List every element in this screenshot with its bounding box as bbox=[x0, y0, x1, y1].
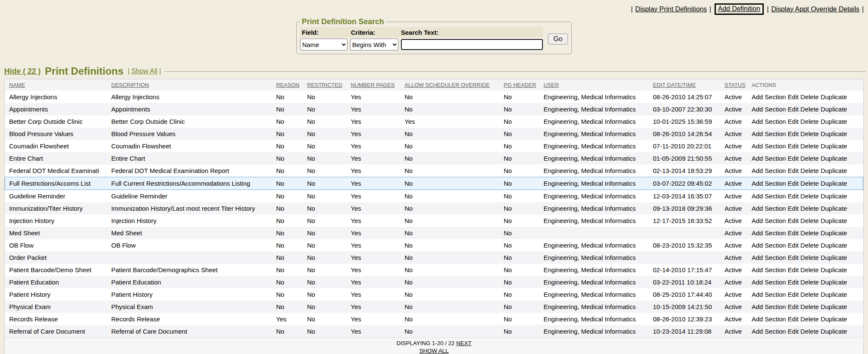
action-add-section-link[interactable]: Add Section bbox=[752, 93, 786, 100]
table-row[interactable]: Physical ExamPhysical ExamNoNoYesNoNoEng… bbox=[5, 301, 863, 313]
next-page-link[interactable]: NEXT bbox=[456, 340, 471, 346]
action-edit-link[interactable]: Edit bbox=[788, 205, 799, 212]
action-duplicate-link[interactable]: Duplicate bbox=[821, 93, 847, 100]
action-add-section-link[interactable]: Add Section bbox=[752, 266, 786, 273]
action-delete-link[interactable]: Delete bbox=[801, 93, 819, 100]
nav-link-display-appt-override-details[interactable]: Display Appt Override Details bbox=[771, 6, 860, 13]
action-delete-link[interactable]: Delete bbox=[801, 180, 819, 187]
action-duplicate-link[interactable]: Duplicate bbox=[821, 303, 847, 310]
action-edit-link[interactable]: Edit bbox=[788, 266, 799, 273]
action-add-section-link[interactable]: Add Section bbox=[752, 217, 786, 224]
table-row[interactable]: Guideline ReminderGuideline ReminderNoNo… bbox=[5, 190, 863, 203]
table-row[interactable]: Full Restrictions/Accoms ListFull Curren… bbox=[5, 177, 863, 190]
action-edit-link[interactable]: Edit bbox=[788, 291, 799, 298]
table-row[interactable]: Injection HistoryInjection HistoryNoNoYe… bbox=[5, 215, 863, 227]
action-add-section-link[interactable]: Add Section bbox=[752, 106, 786, 113]
table-row[interactable]: Better Corp Outside ClinicBetter Corp Ou… bbox=[5, 115, 863, 128]
action-add-section-link[interactable]: Add Section bbox=[752, 328, 786, 335]
action-delete-link[interactable]: Delete bbox=[801, 303, 819, 310]
table-row[interactable]: Federal DOT Medical ExaminatiFederal DOT… bbox=[5, 164, 863, 177]
action-duplicate-link[interactable]: Duplicate bbox=[821, 217, 847, 224]
column-header-edit-date-time[interactable]: EDIT DATE/TIME bbox=[651, 79, 723, 91]
nav-link-add-definition[interactable]: Add Definition bbox=[715, 3, 764, 15]
nav-link-display-print-definitions[interactable]: Display Print Definitions bbox=[635, 6, 707, 13]
table-row[interactable]: Referral of Care DocumentReferral of Car… bbox=[5, 325, 863, 337]
action-duplicate-link[interactable]: Duplicate bbox=[821, 291, 847, 298]
action-delete-link[interactable]: Delete bbox=[801, 142, 819, 150]
action-edit-link[interactable]: Edit bbox=[788, 180, 799, 187]
action-add-section-link[interactable]: Add Section bbox=[752, 242, 786, 249]
table-row[interactable]: Patient Barcode/Demo SheetPatient Barcod… bbox=[5, 264, 863, 276]
action-duplicate-link[interactable]: Duplicate bbox=[821, 279, 847, 286]
action-edit-link[interactable]: Edit bbox=[788, 328, 799, 335]
action-edit-link[interactable]: Edit bbox=[788, 303, 799, 310]
action-add-section-link[interactable]: Add Section bbox=[752, 130, 786, 137]
action-edit-link[interactable]: Edit bbox=[788, 130, 799, 137]
action-edit-link[interactable]: Edit bbox=[788, 254, 799, 261]
action-add-section-link[interactable]: Add Section bbox=[752, 167, 786, 174]
action-delete-link[interactable]: Delete bbox=[801, 130, 819, 137]
table-row[interactable]: Immunization/Titer HistoryImmunization H… bbox=[5, 202, 863, 215]
action-edit-link[interactable]: Edit bbox=[788, 167, 799, 174]
action-delete-link[interactable]: Delete bbox=[801, 106, 819, 113]
column-header-user[interactable]: USER bbox=[542, 79, 651, 91]
action-duplicate-link[interactable]: Duplicate bbox=[821, 315, 847, 323]
action-add-section-link[interactable]: Add Section bbox=[752, 303, 786, 310]
column-header-description[interactable]: DESCRIPTION bbox=[110, 79, 275, 91]
column-header-reason[interactable]: REASON bbox=[275, 79, 306, 91]
action-delete-link[interactable]: Delete bbox=[801, 266, 819, 273]
action-add-section-link[interactable]: Add Section bbox=[752, 291, 786, 298]
action-delete-link[interactable]: Delete bbox=[801, 155, 819, 162]
action-duplicate-link[interactable]: Duplicate bbox=[821, 130, 847, 137]
action-edit-link[interactable]: Edit bbox=[788, 229, 799, 237]
action-delete-link[interactable]: Delete bbox=[801, 242, 819, 249]
action-duplicate-link[interactable]: Duplicate bbox=[821, 266, 847, 273]
action-delete-link[interactable]: Delete bbox=[801, 192, 819, 200]
action-edit-link[interactable]: Edit bbox=[788, 118, 799, 125]
action-duplicate-link[interactable]: Duplicate bbox=[821, 155, 847, 162]
action-duplicate-link[interactable]: Duplicate bbox=[821, 205, 847, 212]
action-add-section-link[interactable]: Add Section bbox=[752, 192, 786, 200]
action-add-section-link[interactable]: Add Section bbox=[752, 229, 786, 237]
action-duplicate-link[interactable]: Duplicate bbox=[821, 118, 847, 125]
table-row[interactable]: AppointmentsAppointmentsNoNoYesNoNoEngin… bbox=[5, 103, 863, 115]
action-duplicate-link[interactable]: Duplicate bbox=[821, 180, 847, 187]
table-row[interactable]: Allergy InjectionsAllergy InjectionsNoNo… bbox=[5, 91, 863, 103]
table-row[interactable]: Coumadin FlowsheetCoumadin FlowsheetNoNo… bbox=[5, 140, 863, 152]
action-edit-link[interactable]: Edit bbox=[788, 106, 799, 113]
column-header-allow-scheduler-override[interactable]: ALLOW SCHEDULER OVERRIDE bbox=[403, 79, 502, 91]
action-duplicate-link[interactable]: Duplicate bbox=[821, 167, 847, 174]
show-all-link[interactable]: Show All bbox=[131, 67, 157, 75]
action-add-section-link[interactable]: Add Section bbox=[752, 254, 786, 261]
table-row[interactable]: Patient HistoryPatient HistoryNoNoYesNoN… bbox=[5, 288, 863, 301]
column-header-restricted[interactable]: RESTRICTED bbox=[306, 79, 349, 91]
action-edit-link[interactable]: Edit bbox=[788, 315, 799, 323]
hide-count-link[interactable]: Hide ( 22 ) bbox=[4, 67, 41, 76]
action-edit-link[interactable]: Edit bbox=[788, 279, 799, 286]
action-duplicate-link[interactable]: Duplicate bbox=[821, 192, 847, 200]
column-header-name[interactable]: NAME bbox=[5, 79, 110, 91]
table-row[interactable]: OB FlowOB FlowNoNoYesNoNoEngineering, Me… bbox=[5, 239, 863, 251]
action-delete-link[interactable]: Delete bbox=[801, 254, 819, 261]
action-delete-link[interactable]: Delete bbox=[801, 315, 819, 323]
action-delete-link[interactable]: Delete bbox=[801, 167, 819, 174]
table-row[interactable]: Med SheetMed SheetNoNoYesNoNoActiveAdd S… bbox=[5, 227, 863, 239]
action-delete-link[interactable]: Delete bbox=[801, 279, 819, 286]
action-delete-link[interactable]: Delete bbox=[801, 217, 819, 224]
action-delete-link[interactable]: Delete bbox=[801, 229, 819, 237]
action-delete-link[interactable]: Delete bbox=[801, 328, 819, 335]
action-duplicate-link[interactable]: Duplicate bbox=[821, 242, 847, 249]
action-add-section-link[interactable]: Add Section bbox=[752, 155, 786, 162]
action-add-section-link[interactable]: Add Section bbox=[752, 180, 786, 187]
action-add-section-link[interactable]: Add Section bbox=[752, 142, 786, 150]
criteria-select[interactable]: Begins With bbox=[350, 39, 398, 50]
column-header-pg-header[interactable]: PG HEADER bbox=[502, 79, 542, 91]
action-edit-link[interactable]: Edit bbox=[788, 192, 799, 200]
action-edit-link[interactable]: Edit bbox=[788, 217, 799, 224]
action-duplicate-link[interactable]: Duplicate bbox=[821, 229, 847, 237]
field-select[interactable]: Name bbox=[300, 39, 348, 50]
action-duplicate-link[interactable]: Duplicate bbox=[821, 142, 847, 150]
table-row[interactable]: Entire ChartEntire ChartNoNoYesNoNoEngin… bbox=[5, 152, 863, 164]
action-edit-link[interactable]: Edit bbox=[788, 242, 799, 249]
go-button[interactable]: Go bbox=[548, 33, 568, 45]
